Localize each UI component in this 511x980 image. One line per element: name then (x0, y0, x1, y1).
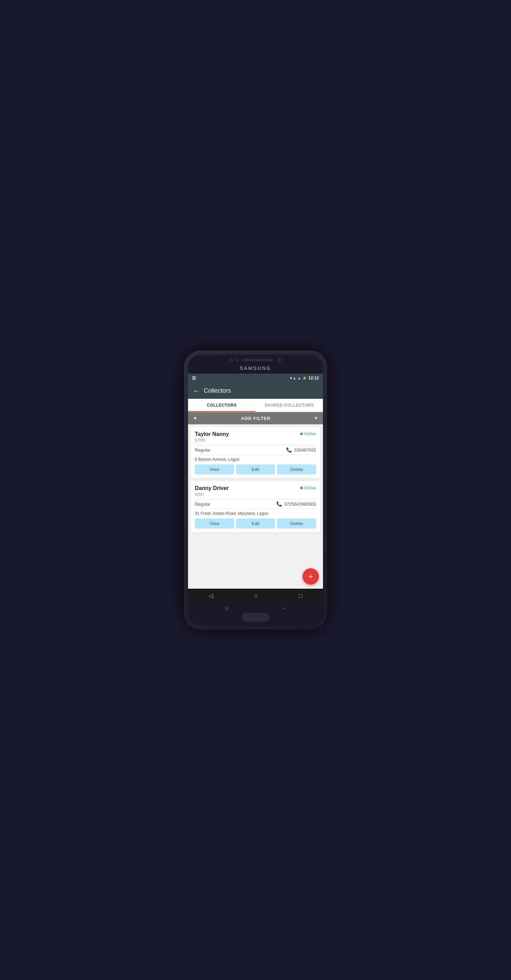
phone-frame: SAMSUNG 🖼 ▼▲ ▲ ⚡ 12:12 ← Collectors (184, 350, 327, 630)
add-collector-fab[interactable]: + (302, 568, 319, 585)
collector-address-1: 6 Banton Avenue, Lagos (195, 457, 316, 462)
phone-info-2: 📞 3725647892803 (276, 501, 316, 507)
card-info-row-1: Regular 📞 326487932 (195, 445, 316, 455)
delete-button-2[interactable]: Delete (277, 519, 316, 528)
card-header-1: Taylor Nanny Active (195, 431, 316, 437)
status-dot-1 (300, 433, 303, 435)
tab-collectors[interactable]: COLLECTORS (188, 399, 256, 412)
card-actions-2: View Edit Delete (195, 519, 316, 528)
filter-label: ADD FILTER (200, 416, 311, 421)
notification-icon: 🖼 (192, 376, 196, 380)
front-camera (277, 358, 281, 362)
collector-id-1: b78f9 (195, 438, 316, 443)
collector-type-2: Regular (195, 501, 211, 507)
phone-info-1: 📞 326487932 (286, 447, 316, 453)
view-button-1[interactable]: View (195, 465, 234, 474)
edit-button-1[interactable]: Edit (236, 465, 275, 474)
speaker-bar (243, 359, 273, 361)
filter-dropdown-icon: ▼ (314, 416, 318, 421)
camera-dot-1 (230, 358, 233, 362)
status-bar: 🖼 ▼▲ ▲ ⚡ 12:12 (188, 374, 323, 382)
home-pill[interactable] (242, 613, 269, 621)
back-button[interactable]: ← (193, 387, 200, 395)
status-badge-1: Active (300, 431, 316, 436)
edit-button-2[interactable]: Edit (236, 519, 275, 528)
camera-dot-2 (235, 358, 238, 362)
page-title: Collectors (204, 387, 231, 395)
status-left: 🖼 (192, 376, 196, 380)
view-button-2[interactable]: View (195, 519, 234, 528)
camera-dots (230, 358, 238, 362)
card-header-2: Danny Driver Active (195, 485, 316, 492)
time-display: 12:12 (308, 375, 319, 380)
filter-bar[interactable]: ▼ ADD FILTER ▼ (188, 412, 323, 424)
status-badge-2: Active (300, 485, 316, 490)
card-info-row-2: Regular 📞 3725647892803 (195, 499, 316, 509)
app-header: ← Collectors (188, 382, 323, 399)
wifi-icon: ▼▲ (289, 376, 296, 380)
collector-name-2: Danny Driver (195, 485, 229, 492)
phone-icon-2: 📞 (276, 501, 282, 507)
bottom-hw-icons: ⊞ ↩ (188, 606, 323, 611)
status-right: ▼▲ ▲ ⚡ 12:12 (289, 375, 319, 380)
nav-back-icon[interactable]: ◁ (209, 592, 213, 600)
signal-icon: ▲ (297, 376, 301, 380)
hw-icon-right: ↩ (282, 606, 286, 611)
status-dot-2 (300, 487, 303, 489)
card-actions-1: View Edit Delete (195, 465, 316, 474)
nav-recent-icon[interactable]: □ (299, 592, 302, 600)
phone-inner: SAMSUNG 🖼 ▼▲ ▲ ⚡ 12:12 ← Collectors (188, 355, 323, 625)
content-area: Taylor Nanny Active b78f9 Regular 📞 3264… (188, 424, 323, 589)
filter-icon: ▼ (193, 415, 198, 421)
nav-bar: ◁ ○ □ (188, 589, 323, 603)
collector-name-1: Taylor Nanny (195, 431, 229, 437)
tab-shared-collectors[interactable]: SHARED COLLECTORS (256, 399, 323, 412)
collector-id-2: fd5f2 (195, 492, 316, 497)
phone-icon-1: 📞 (286, 447, 292, 453)
nav-home-icon[interactable]: ○ (254, 592, 258, 600)
collector-card-2: Danny Driver Active fd5f2 Regular 📞 3725… (191, 481, 320, 533)
fab-spacer (191, 535, 320, 556)
phone-top-hardware (188, 355, 323, 364)
collector-address-2: 31 Frank Jordan Road, Maryland, Lagos (195, 511, 316, 516)
collector-type-1: Regular (195, 447, 211, 453)
battery-icon: ⚡ (302, 376, 307, 380)
tab-bar: COLLECTORS SHARED COLLECTORS (188, 399, 323, 412)
hw-icon-left: ⊞ (225, 606, 229, 611)
brand-label: SAMSUNG (188, 364, 323, 374)
phone-bottom-hardware: ⊞ ↩ (188, 603, 323, 625)
screen: 🖼 ▼▲ ▲ ⚡ 12:12 ← Collectors COLLECTORS (188, 374, 323, 603)
collector-card-1: Taylor Nanny Active b78f9 Regular 📞 3264… (191, 427, 320, 479)
delete-button-1[interactable]: Delete (277, 465, 316, 474)
